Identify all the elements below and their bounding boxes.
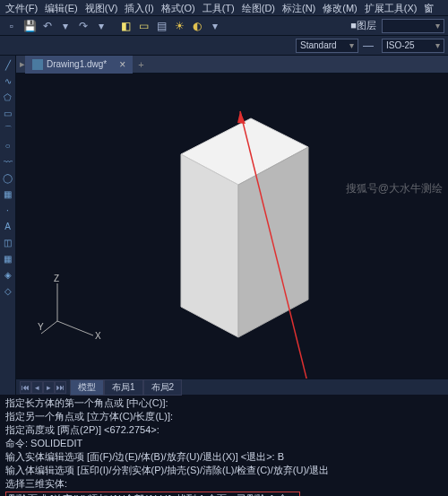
menu-dim[interactable]: 标注(N)	[279, 0, 319, 15]
textstyle-dropdown[interactable]: Standard▾	[296, 39, 358, 53]
axis-z-label: Z	[54, 274, 59, 283]
doc-file-icon	[32, 59, 43, 70]
light-icon[interactable]: ☀	[171, 18, 187, 34]
linetype-icon[interactable]: ▭	[135, 18, 151, 34]
redo-dd-icon[interactable]: ▾	[93, 18, 109, 34]
watermark: 搜狐号@大水牛测绘	[346, 181, 443, 196]
menu-edit[interactable]: 编辑(E)	[41, 0, 82, 15]
light2-icon[interactable]: ◐	[189, 18, 205, 34]
svg-marker-1	[181, 154, 238, 337]
dimstyle-dropdown[interactable]: ISO-25▾	[382, 39, 444, 53]
layer-label: ■图层	[350, 19, 376, 32]
nav-first-icon[interactable]: ⏮	[20, 381, 31, 394]
line-tool-icon[interactable]: ╱	[1, 57, 15, 73]
viewport[interactable]: Z X Y 搜狐号@大水牛测绘	[16, 74, 448, 379]
ucs-axis-icon: Z X Y	[38, 274, 104, 341]
misc-tool-icon[interactable]: ◇	[1, 283, 15, 299]
table-tool-icon[interactable]: ▦	[1, 251, 15, 266]
menu-tools[interactable]: 工具(T)	[199, 0, 238, 15]
menu-window[interactable]: 窗	[420, 0, 437, 15]
rect-tool-icon[interactable]: ▭	[1, 106, 15, 121]
hatch-tool-icon[interactable]: ▦	[1, 187, 15, 202]
svg-line-7	[41, 321, 57, 334]
dash-icon[interactable]: —	[360, 38, 376, 54]
nav-next-icon[interactable]: ▸	[43, 381, 55, 394]
new-file-icon[interactable]: ▫	[4, 18, 20, 34]
svg-line-6	[57, 321, 93, 335]
cmd-line: 命令: SOLIDEDIT	[5, 437, 443, 450]
tab-layout1[interactable]: 布局1	[104, 379, 143, 396]
cmd-line: 指定高度或 [两点(2P)] <672.2754>:	[5, 423, 443, 437]
axis-x-label: X	[95, 331, 101, 341]
solid-cube[interactable]	[145, 102, 342, 353]
menu-file[interactable]: 文件(F)	[2, 0, 41, 15]
undo-icon[interactable]: ↶	[39, 18, 56, 34]
cmd-line: 输入实体编辑选项 [面(F)/边(E)/体(B)/放弃(U)/退出(X)] <退…	[5, 450, 443, 464]
text-tool-icon[interactable]: A	[1, 219, 15, 234]
axis-y-label: Y	[38, 322, 44, 332]
cmd-line: 指定长方体的第一个角点或 [中心(C)]:	[5, 396, 443, 410]
bottom-tabbar: ⏮ ◂ ▸ ⏭ 模型 布局1 布局2	[16, 379, 448, 395]
tab-model[interactable]: 模型	[70, 379, 104, 396]
menu-ext[interactable]: 扩展工具(X)	[361, 0, 421, 15]
left-toolbar: ╱ ∿ ⬠ ▭ ⌒ ○ 〰 ◯ ▦ · A ◫ ▦ ◈ ◇	[0, 56, 16, 395]
nav-last-icon[interactable]: ⏭	[55, 381, 66, 394]
block-tool-icon[interactable]: ◫	[1, 235, 15, 250]
nav-prev-icon[interactable]: ◂	[31, 381, 43, 394]
save-icon[interactable]: 💾	[22, 18, 38, 34]
cmd-line: 选择三维实体:	[5, 477, 443, 491]
close-tab-icon[interactable]: ×	[119, 58, 125, 71]
cmd-highlighted-line: 删除面或 [放弃(U)/添加(A)/全部(ALL)]: 找到 1 个面，已删除 …	[5, 492, 300, 496]
polyline-tool-icon[interactable]: ∿	[1, 74, 15, 89]
spline-tool-icon[interactable]: 〰	[1, 154, 15, 170]
dropdown-icon[interactable]: ▾	[207, 18, 223, 34]
color-swatch-icon[interactable]: ◧	[117, 18, 134, 34]
document-tabbar: ▸ Drawing1.dwg* × +	[16, 56, 448, 74]
tab-layout2[interactable]: 布局2	[143, 379, 183, 396]
cmd-line: 指定另一个角点或 [立方体(C)/长度(L)]:	[5, 410, 443, 423]
menu-format[interactable]: 格式(O)	[158, 0, 199, 15]
point-tool-icon[interactable]: ·	[1, 203, 15, 218]
command-log: 指定长方体的第一个角点或 [中心(C)]: 指定另一个角点或 [立方体(C)/长…	[0, 395, 448, 496]
menu-insert[interactable]: 插入(I)	[121, 0, 157, 15]
menu-draw[interactable]: 绘图(D)	[238, 0, 279, 15]
menu-modify[interactable]: 修改(M)	[319, 0, 361, 15]
polygon-tool-icon[interactable]: ⬠	[1, 90, 15, 105]
menu-view[interactable]: 视图(V)	[82, 0, 122, 15]
ellipse-tool-icon[interactable]: ◯	[1, 170, 15, 186]
lineweight-icon[interactable]: ▤	[153, 18, 169, 34]
cmd-line: 输入体编辑选项 [压印(I)/分割实体(P)/抽壳(S)/清除(L)/检查(C)…	[5, 464, 443, 477]
arc-tool-icon[interactable]: ⌒	[1, 122, 15, 137]
menu-bar: 文件(F) 编辑(E) 视图(V) 插入(I) 格式(O) 工具(T) 绘图(D…	[0, 0, 448, 16]
redo-icon[interactable]: ↷	[75, 18, 91, 34]
toolbar-secondary: Standard▾ — ISO-25▾	[0, 36, 448, 56]
add-tab-icon[interactable]: +	[133, 59, 149, 70]
circle-tool-icon[interactable]: ○	[1, 138, 15, 153]
undo-dd-icon[interactable]: ▾	[57, 18, 73, 34]
region-tool-icon[interactable]: ◈	[1, 267, 15, 283]
layer-dropdown[interactable]: ▾	[382, 19, 444, 33]
document-tab[interactable]: Drawing1.dwg* ×	[25, 56, 133, 74]
document-tab-label: Drawing1.dwg*	[47, 59, 107, 69]
toolbar-main: ▫ 💾 ↶ ▾ ↷ ▾ ◧ ▭ ▤ ☀ ◐ ▾ ■图层 ▾	[0, 16, 448, 36]
